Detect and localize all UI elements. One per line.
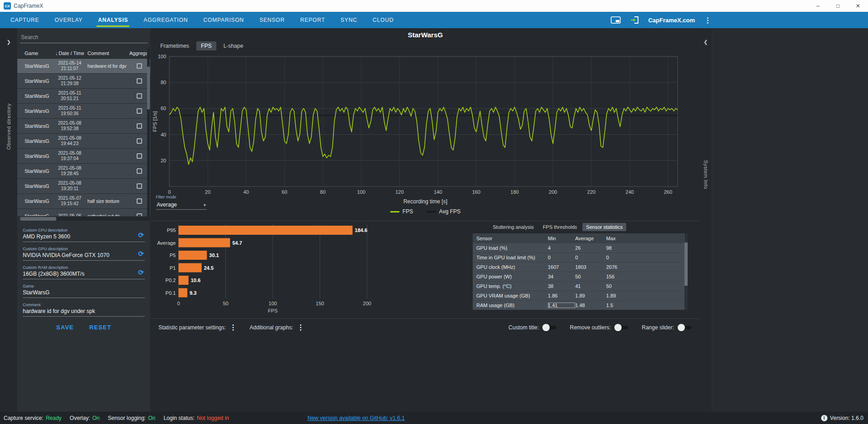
aggregate-checkbox[interactable] [137, 108, 142, 114]
stats-tab-sensor-statistics[interactable]: Sensor statistics [582, 223, 626, 231]
aggregate-checkbox[interactable] [137, 153, 142, 159]
column-game[interactable]: Game [25, 50, 52, 56]
chevron-left-icon[interactable]: ❮ [700, 39, 712, 45]
record-list-item[interactable]: StarWarsG2021-05-0819:52:38 [17, 119, 150, 134]
svg-text:10.6: 10.6 [191, 278, 200, 283]
sensor-table-scrollbar[interactable] [684, 233, 688, 310]
toggle-switch[interactable] [542, 324, 557, 331]
status-item-sensor-logging: Sensor logging:On [108, 415, 155, 421]
record-datetime: 2021-05-06 [52, 213, 87, 216]
maximize-button[interactable]: □ [828, 0, 848, 12]
sensor-row-gpu-power-w[interactable]: GPU power (W)3450156 [473, 272, 684, 281]
sensor-row-gpu-vram-usage-gb[interactable]: GPU VRAM usage (GB)1.861.891.89 [473, 291, 684, 300]
sensor-row-gpu-temp-c[interactable]: GPU temp. (°C)384150 [473, 281, 684, 291]
record-comment: hardware id for dgv [87, 64, 129, 69]
minimize-button[interactable]: – [808, 0, 828, 12]
scrollbar-thumb[interactable] [684, 242, 688, 286]
toggle-switch[interactable] [678, 324, 692, 331]
app-menu-button[interactable]: ⋮ [704, 16, 710, 25]
svg-text:260: 260 [664, 189, 672, 195]
refresh-icon[interactable]: ⟳ [138, 250, 144, 258]
sensor-value: 41 [575, 283, 606, 289]
nav-tab-overlay[interactable]: OVERLAY [47, 12, 90, 28]
record-list-item[interactable]: StarWarsG2021-05-1119:50:36 [17, 104, 150, 119]
aggregate-checkbox[interactable] [137, 78, 142, 84]
sensor-value: 50 [575, 274, 606, 279]
additional-graphs-menu-button[interactable]: ⋮ [297, 323, 303, 332]
search-input[interactable] [20, 32, 148, 43]
chart-tab-l-shape[interactable]: L-shape [219, 41, 248, 50]
sensor-row-gpu-load[interactable]: GPU load (%)42698 [473, 243, 684, 252]
record-list-item[interactable]: StarWarsG2021-05-1221:29:38 [17, 74, 150, 89]
nav-tab-cloud[interactable]: CLOUD [365, 12, 401, 28]
version-info: i Version: 1.6.0 [821, 415, 863, 421]
field-input[interactable]: 16GB (2x8GB) 3600MT/s [23, 271, 145, 277]
x-axis-title: Recording time [s] [151, 198, 700, 205]
close-button[interactable]: ✕ [848, 0, 868, 12]
sensor-table-header: SensorMinAverageMax [473, 233, 684, 243]
sensor-value: 1803 [575, 264, 606, 270]
stats-tab-fps-thresholds[interactable]: FPS thresholds [539, 223, 581, 231]
scrollbar-thumb[interactable] [147, 66, 150, 110]
record-game: StarWarsG [25, 78, 52, 84]
scrollbar-thumb[interactable] [20, 217, 56, 221]
sensor-row-time-in-gpu-load-limit[interactable]: Time in GPU load limit (%)000 [473, 252, 684, 262]
chart-tab-frametimes[interactable]: Frametimes [156, 41, 194, 50]
chevron-right-icon[interactable]: ❯ [0, 39, 17, 45]
horizontal-scrollbar[interactable] [20, 217, 148, 221]
capframex-site-link[interactable]: CapFrameX.com [648, 17, 695, 24]
vertical-scrollbar[interactable] [147, 48, 150, 221]
record-list-item[interactable]: StarWarsG2021-05-1421:11:07hardware id f… [17, 59, 150, 74]
record-list-item[interactable]: StarWarsG2021-05-0819:28:45 [17, 164, 150, 179]
column-comment[interactable]: Comment [87, 50, 129, 56]
field-input[interactable]: hardware id for dgv under spk [23, 308, 145, 314]
field-input[interactable]: AMD Ryzen 5 3600 [23, 233, 145, 240]
login-icon[interactable] [630, 16, 639, 24]
svg-text:80: 80 [161, 80, 166, 85]
column-datetime-label: Date / Time [59, 50, 84, 56]
sensor-name: GPU load (%) [473, 245, 548, 251]
reset-button[interactable]: RESET [89, 324, 111, 331]
sensor-row-gpu-clock-mhz[interactable]: GPU clock (MHz)160718032076 [473, 262, 684, 272]
nav-tab-report[interactable]: REPORT [292, 12, 333, 28]
nav-tab-comparison[interactable]: COMPARISON [196, 12, 252, 28]
aggregate-checkbox[interactable] [137, 63, 142, 69]
svg-text:30.1: 30.1 [209, 252, 219, 258]
save-button[interactable]: SAVE [56, 324, 74, 331]
aggregate-checkbox[interactable] [137, 183, 142, 189]
controls-bar: Statistic parameter settings: ⋮ Addition… [151, 318, 700, 336]
statistic-settings-menu-button[interactable]: ⋮ [230, 323, 236, 332]
aggregate-checkbox[interactable] [137, 93, 142, 99]
update-link[interactable]: New version available on GitHub: v1.6.1 [307, 415, 404, 421]
nav-tab-capture[interactable]: CAPTURE [3, 12, 47, 28]
nav-tab-analysis[interactable]: ANALYSIS [90, 12, 136, 28]
svg-text:0: 0 [177, 301, 180, 306]
aggregate-checkbox[interactable] [137, 168, 142, 174]
switch-knob [542, 324, 550, 331]
refresh-icon[interactable]: ⟳ [138, 231, 144, 239]
record-list-item[interactable]: StarWarsG2021-05-0819:37:04 [17, 149, 150, 164]
field-input[interactable]: NVIDIA NVIDIA GeForce GTX 1070 [23, 252, 145, 258]
nav-tab-aggregation[interactable]: AGGREGATION [136, 12, 195, 28]
record-list-item[interactable]: StarWarsG2021-05-0819:20:11 [17, 179, 150, 194]
sensor-row-ram-usage-gb[interactable]: RAM usage (GB)1.411.481.5 [473, 300, 684, 310]
record-list-item[interactable]: StarWarsG2021-05-0819:44:23 [17, 134, 150, 149]
toggle-switch[interactable] [614, 324, 629, 331]
stats-tab-stuttering-analysis[interactable]: Stuttering analysis [489, 223, 537, 231]
refresh-icon[interactable]: ⟳ [138, 268, 144, 277]
field-input[interactable]: StarWarsG [23, 289, 145, 296]
column-aggregated[interactable]: Aggrega [129, 50, 149, 56]
overlay-osd-icon[interactable] [611, 16, 621, 24]
nav-tab-sensor[interactable]: SENSOR [252, 12, 292, 28]
aggregate-checkbox[interactable] [137, 123, 142, 129]
column-datetime[interactable]: ↓Date / Time [52, 50, 87, 56]
nav-tab-sync[interactable]: SYNC [333, 12, 365, 28]
aggregate-checkbox[interactable] [137, 138, 142, 144]
chart-tab-fps[interactable]: FPS [196, 41, 216, 50]
record-list-item[interactable]: StarWarsG2021-05-1120:51:21 [17, 89, 150, 104]
sensor-value: 1.89 [575, 293, 606, 298]
record-list-item[interactable]: StarWarsG2021-05-0719:15:42half size tex… [17, 194, 150, 209]
aggregate-checkbox[interactable] [137, 213, 142, 216]
record-list-item[interactable]: StarWarsG2021-05-06cathedral cut do [17, 209, 150, 216]
aggregate-checkbox[interactable] [137, 198, 142, 204]
